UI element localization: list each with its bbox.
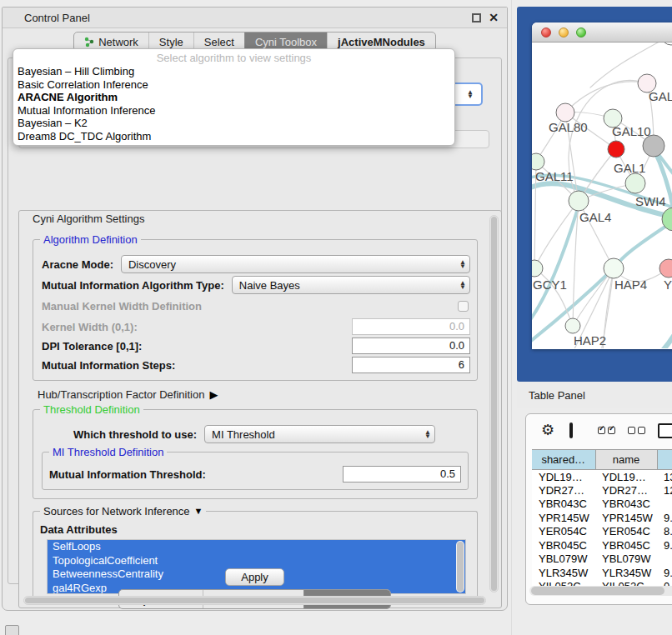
sources-group-title-row[interactable]: Sources for Network Inference ▼ (40, 505, 206, 518)
combo-stepper-icon: ▲▼ (421, 430, 434, 438)
table-cell: YLR345W (595, 566, 657, 580)
mi-threshold-field[interactable]: 0.5 (343, 466, 461, 482)
algorithm-option[interactable]: Basic Correlation Inference (13, 78, 454, 92)
deselect-all-columns-icon[interactable] (628, 427, 645, 434)
threshold-definition-group: Threshold Definition Which threshold to … (33, 409, 478, 499)
node-label: GAL10 (612, 124, 651, 138)
node-label: GAL1 (614, 161, 645, 175)
table-cell: YBL079W (532, 552, 595, 567)
table-cell: YBR045C (595, 538, 657, 552)
settings-horizontal-scrollbar[interactable] (23, 596, 486, 605)
close-panel-icon[interactable]: ✕ (489, 13, 499, 22)
node-label: GAL (649, 89, 672, 103)
table-header-row[interactable]: shared…nameA (532, 450, 672, 470)
settings-gear-icon[interactable]: ⚙ (541, 422, 554, 438)
table-cell: YBR045C (532, 538, 595, 552)
network-canvas[interactable]: GALGAL80GAL10GAL1GAL11GAL4SWI4GCY1HAP4YH… (532, 42, 672, 348)
mi-steps-field[interactable]: 6 (352, 357, 470, 373)
algorithm-option[interactable]: Bayesian – Hill Climbing (13, 65, 454, 78)
column-header[interactable]: shared… (532, 450, 595, 470)
network-node-hap2[interactable] (565, 318, 580, 333)
node-label: SWI4 (635, 194, 666, 208)
attribute-item[interactable]: SelfLoops (48, 540, 465, 554)
algorithm-option[interactable]: Mutual Information Inference (13, 104, 454, 118)
mi-algorithm-type-combo[interactable]: Naive Bayes ▲▼ (232, 276, 470, 294)
table-cell: YBR043C (595, 498, 657, 512)
data-attributes-list[interactable]: SelfLoopsTopologicalCoefficientBetweenne… (47, 539, 466, 594)
tab-label: Style (159, 36, 183, 48)
column-header[interactable]: name (595, 450, 657, 470)
aracne-mode-label: Aracne Mode: (42, 258, 113, 271)
node-label: HAP2 (574, 333, 606, 348)
tab-label: jActiveMNodules (338, 36, 425, 48)
dpi-tolerance-label: DPI Tolerance [0,1]: (42, 340, 352, 352)
kernel-width-field[interactable]: 0.0 (352, 318, 470, 335)
table-cell: 9. (657, 566, 672, 580)
network-node[interactable] (661, 42, 672, 45)
mi-algorithm-type-label: Mutual Information Algorithm Type: (42, 279, 224, 292)
table-cell: 13 (657, 470, 672, 484)
table-row[interactable]: YER054CYER054C8. (532, 525, 672, 539)
combo-stepper-icon: ▲▼ (456, 260, 469, 268)
table-row[interactable]: YBL079WYBL079W (532, 552, 672, 567)
which-threshold-value: MI Threshold (212, 428, 421, 441)
table-row[interactable]: YDL19…YDL19…13 (532, 470, 672, 484)
table-cell: YDR27… (595, 483, 657, 498)
table-row[interactable]: YBR043CYBR043C (532, 498, 672, 512)
network-icon (84, 37, 94, 48)
table-row[interactable]: YDR27…YDR27…12 (532, 483, 672, 498)
aracne-mode-combo[interactable]: Discovery ▲▼ (121, 255, 470, 273)
select-all-columns-icon[interactable] (598, 427, 615, 434)
close-window-icon[interactable] (541, 28, 551, 38)
network-node-gal80[interactable] (556, 103, 574, 122)
network-node-y[interactable] (659, 259, 672, 278)
network-node[interactable] (608, 141, 624, 158)
network-node-gal11[interactable] (532, 153, 544, 170)
node-label: Y (664, 278, 672, 292)
column-header[interactable]: A (657, 450, 672, 470)
network-view-frame[interactable]: GALGAL80GAL10GAL1GAL11GAL4SWI4GCY1HAP4YH… (517, 7, 672, 382)
aracne-mode-value: Discovery (128, 258, 456, 271)
network-node-gal4[interactable] (569, 191, 589, 211)
table-row[interactable]: YPR145WYPR145W9. (532, 511, 672, 525)
network-node-gal1[interactable] (625, 173, 645, 193)
cyni-algorithm-settings-group: Cyni Algorithm Settings Algorithm Defini… (18, 210, 502, 608)
splitpane-divider[interactable] (511, 0, 512, 635)
network-node[interactable] (643, 135, 664, 157)
settings-vertical-scrollbar[interactable] (489, 215, 499, 592)
combo-stepper-icon: ▲▼ (456, 281, 469, 289)
mi-threshold-definition-title: MI Threshold Definition (49, 446, 167, 458)
table-cell (657, 498, 672, 512)
apply-button[interactable]: Apply (225, 568, 284, 586)
table-row[interactable]: YBR045CYBR045C9. (532, 538, 672, 552)
cyni-algorithm-settings-title: Cyni Algorithm Settings (29, 212, 148, 225)
column-organize-icon[interactable] (569, 422, 573, 438)
hub-transcription-factor-toggle[interactable]: Hub/Transcription Factor Definition ▶ (38, 388, 478, 401)
panel-mode-icon[interactable] (658, 423, 672, 438)
minimize-window-icon[interactable] (559, 28, 569, 38)
zoom-window-icon[interactable] (576, 28, 586, 38)
dpi-tolerance-field[interactable]: 0.0 (352, 338, 470, 354)
table-cell: YER054C (532, 525, 595, 539)
table-panel: ⚙ shared…nameA YDL19…YDL19…13YDR27…YDR27… (525, 413, 672, 605)
which-threshold-combo[interactable]: MI Threshold ▲▼ (204, 425, 435, 443)
collapsed-panel-chip[interactable] (5, 625, 19, 635)
manual-kernel-width-checkbox[interactable] (458, 301, 469, 312)
algorithm-definition-group: Algorithm Definition Aracne Mode: Discov… (33, 239, 478, 381)
sources-group: Sources for Network Inference ▼ Data Att… (33, 511, 478, 601)
algorithm-option[interactable]: Bayesian – K2 (13, 117, 454, 130)
table-horizontal-scrollbar[interactable] (529, 586, 672, 596)
table-cell: YBR043C (532, 498, 595, 512)
algorithm-option[interactable]: ARACNE Algorithm (13, 91, 454, 104)
table-row[interactable]: YLR345WYLR345W9. (532, 566, 672, 580)
network-node-hap4[interactable] (604, 258, 624, 278)
table-cell: YBL079W (595, 552, 657, 567)
float-window-icon[interactable] (472, 13, 481, 22)
table-panel-titlebar: Table Panel (517, 382, 672, 408)
node-label: GAL80 (549, 120, 588, 134)
algorithm-option[interactable]: Dream8 DC_TDC Algorithm (13, 130, 454, 143)
table-cell: YPR145W (532, 511, 595, 525)
tab-label: Cyni Toolbox (255, 36, 317, 48)
attribute-item[interactable]: TopologicalCoefficient (48, 554, 465, 568)
expand-right-icon: ▶ (209, 388, 218, 401)
